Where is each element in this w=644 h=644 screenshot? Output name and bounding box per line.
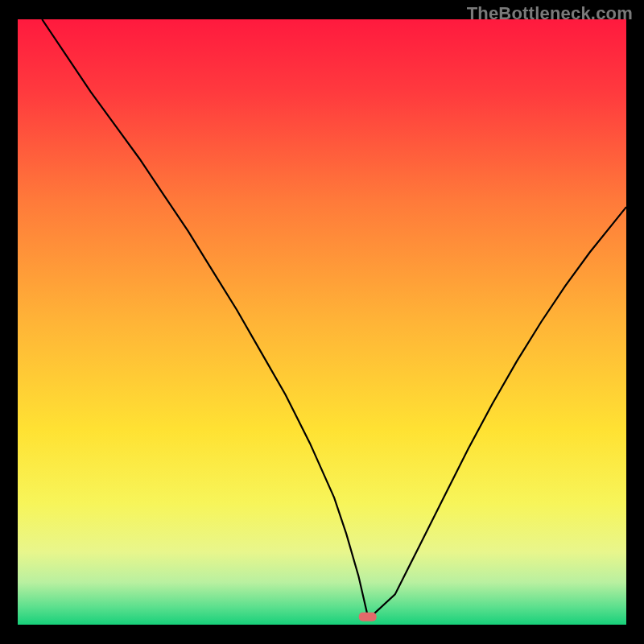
- chart-frame: TheBottleneck.com: [0, 0, 644, 644]
- plot-area: [18, 19, 626, 625]
- watermark-text: TheBottleneck.com: [467, 3, 633, 24]
- gradient-background: [18, 19, 626, 625]
- chart-svg: [18, 19, 626, 625]
- optimal-marker: [359, 613, 377, 621]
